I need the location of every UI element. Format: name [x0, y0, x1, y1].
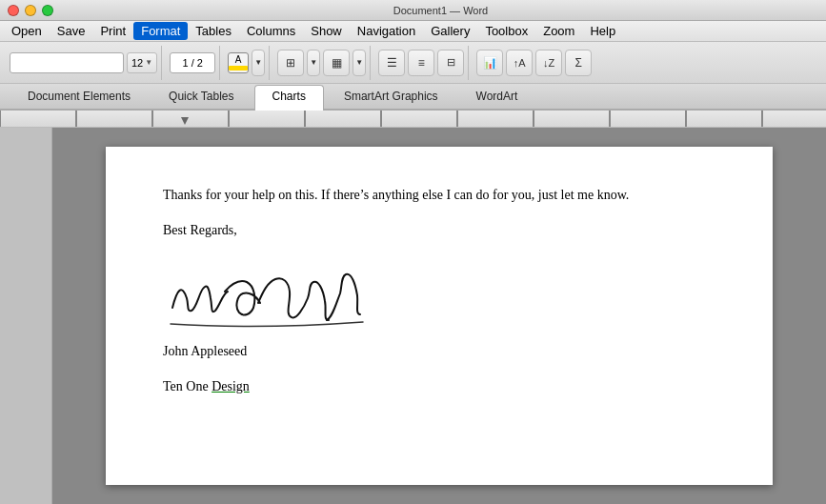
- tab-charts[interactable]: Charts: [254, 85, 324, 111]
- highlight-color-strip: [229, 66, 248, 71]
- dropdown-icon: ▼: [254, 58, 262, 67]
- highlight-color-btn[interactable]: A: [228, 52, 249, 73]
- highlight-dropdown-btn[interactable]: ▼: [252, 50, 265, 76]
- align-left-icon: ☰: [387, 56, 397, 70]
- menu-zoom[interactable]: Zoom: [535, 22, 582, 40]
- toolbar: 12 ▼ 1 / 2 A ▼ ⊞ ▼ ▦ ▼ ☰ ≡: [0, 42, 826, 84]
- sort-desc-icon: ↓Z: [543, 57, 554, 69]
- tab-smartart-graphics[interactable]: SmartArt Graphics: [326, 85, 456, 109]
- menu-print[interactable]: Print: [92, 22, 133, 40]
- menu-format[interactable]: Format: [133, 22, 188, 40]
- sort-asc-icon: ↑A: [514, 57, 526, 69]
- menu-help[interactable]: Help: [582, 22, 623, 40]
- toolbar-group-chart: 📊 ↑A ↓Z Σ: [473, 46, 595, 80]
- document-body[interactable]: Thanks for your help on this. If there’s…: [163, 185, 715, 396]
- company-design-text: Design: [212, 379, 250, 393]
- table-icon: ⊞: [286, 56, 295, 70]
- close-button[interactable]: [8, 5, 19, 16]
- document-page[interactable]: Thanks for your help on this. If there’s…: [106, 147, 773, 485]
- sum-icon: Σ: [574, 56, 581, 70]
- company-text: Ten One: [163, 379, 212, 393]
- signature-area: [163, 255, 715, 332]
- document-page-area[interactable]: Thanks for your help on this. If there’s…: [52, 128, 826, 504]
- tab-wordart[interactable]: WordArt: [458, 85, 536, 109]
- bar-chart-icon: 📊: [483, 56, 497, 70]
- toolbar-group-font: 12 ▼: [6, 46, 162, 80]
- dropdown-btn[interactable]: ▼: [307, 50, 320, 76]
- document-area: Thanks for your help on this. If there’s…: [0, 128, 826, 504]
- toolbar-group-page: 1 / 2: [166, 46, 220, 80]
- toolbar-group-format: ⊞ ▼ ▦ ▼: [273, 46, 371, 80]
- tab-quick-tables[interactable]: Quick Tables: [151, 85, 252, 109]
- color-grid-icon: ▦: [332, 56, 342, 70]
- ruler: [0, 111, 826, 128]
- paragraph-greeting[interactable]: Best Regards,: [163, 220, 715, 240]
- sort-desc-btn[interactable]: ↓Z: [535, 50, 562, 76]
- menu-bar: Open Save Print Format Tables Columns Sh…: [0, 21, 826, 42]
- bar-chart-btn[interactable]: 📊: [476, 50, 503, 76]
- page-indicator: 1 / 2: [170, 52, 215, 73]
- ruler-tab-stop[interactable]: [181, 117, 189, 125]
- menu-tables[interactable]: Tables: [188, 22, 239, 40]
- menu-columns[interactable]: Columns: [239, 22, 303, 40]
- ruler-marks: [0, 111, 826, 127]
- minimize-button[interactable]: [25, 5, 36, 16]
- menu-open[interactable]: Open: [4, 22, 50, 40]
- title-bar: Document1 — Word: [0, 0, 826, 21]
- tab-document-elements[interactable]: Document Elements: [10, 85, 149, 109]
- menu-toolbox[interactable]: Toolbox: [477, 22, 535, 40]
- window-controls[interactable]: [8, 5, 53, 16]
- sum-btn[interactable]: Σ: [565, 50, 592, 76]
- align-center-btn[interactable]: ≡: [408, 50, 434, 76]
- menu-save[interactable]: Save: [50, 22, 93, 40]
- align-justify-btn[interactable]: ⊟: [437, 50, 464, 76]
- sort-asc-btn[interactable]: ↑A: [506, 50, 533, 76]
- align-center-icon: ≡: [418, 56, 425, 70]
- color-grid-btn[interactable]: ▦: [323, 50, 350, 76]
- toolbar-group-color: A ▼: [224, 46, 270, 80]
- dropdown-icon: ▼: [310, 58, 317, 67]
- align-justify-icon: ⊟: [447, 56, 455, 69]
- font-size-dropdown[interactable]: 12 ▼: [127, 52, 157, 73]
- color-grid-dropdown[interactable]: ▼: [353, 50, 366, 76]
- toolbar-group-align: ☰ ≡ ⊟: [374, 46, 469, 80]
- paragraph-company[interactable]: Ten One Design: [163, 376, 715, 396]
- maximize-button[interactable]: [42, 5, 53, 16]
- menu-show[interactable]: Show: [303, 22, 350, 40]
- color-dropdown-icon: ▼: [355, 58, 363, 67]
- document-sidebar: [0, 128, 52, 504]
- paragraph-thanks[interactable]: Thanks for your help on this. If there’s…: [163, 185, 715, 205]
- window-title: Document1 — Word: [63, 5, 818, 16]
- align-left-btn[interactable]: ☰: [378, 50, 405, 76]
- ribbon-tabs: Document Elements Quick Tables Charts Sm…: [0, 84, 826, 111]
- paragraph-name[interactable]: John Appleseed: [163, 341, 715, 361]
- signature-svg: [163, 255, 373, 332]
- font-name-box[interactable]: [10, 52, 124, 73]
- font-size-arrow-icon: ▼: [145, 58, 152, 67]
- menu-gallery[interactable]: Gallery: [423, 22, 477, 40]
- table-btn[interactable]: ⊞: [277, 50, 304, 76]
- menu-navigation[interactable]: Navigation: [350, 22, 423, 40]
